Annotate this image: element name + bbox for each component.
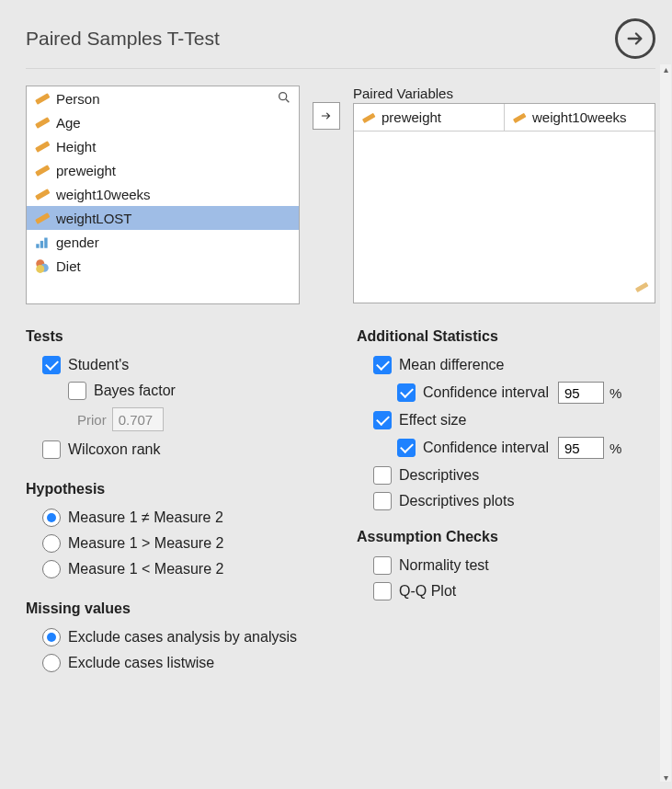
scrollbar-track[interactable] [660, 64, 671, 702]
effect-ci-checkbox[interactable] [397, 439, 416, 457]
ordinal-icon [34, 234, 51, 250]
svg-rect-3 [35, 117, 50, 129]
svg-rect-14 [362, 112, 376, 122]
scale-icon [512, 110, 527, 125]
variable-diet[interactable]: Diet [27, 254, 299, 278]
variable-list[interactable]: PersonAgeHeightpreweightweight10weekswei… [26, 86, 300, 304]
missing-listwise-label: Exclude cases listwise [68, 655, 214, 671]
descriptives-label: Descriptives [399, 467, 479, 484]
svg-rect-7 [35, 212, 50, 224]
svg-rect-0 [35, 93, 50, 105]
scale-icon [34, 162, 51, 178]
hypothesis-lt-label: Measure 1 < Measure 2 [68, 561, 223, 577]
svg-rect-15 [513, 112, 527, 122]
paired-b-label: weight10weeks [532, 109, 627, 125]
wilcoxon-label: Wilcoxon rank [68, 441, 160, 458]
variable-label: Diet [56, 258, 81, 274]
missing-heading: Missing values [26, 600, 320, 617]
variable-label: Age [56, 115, 81, 131]
missing-listwise-radio[interactable] [42, 654, 61, 672]
qq-checkbox[interactable] [373, 582, 392, 600]
nominal-icon [34, 257, 51, 274]
svg-point-13 [36, 265, 44, 273]
hypothesis-lt-radio[interactable] [42, 560, 61, 578]
hypothesis-heading: Hypothesis [26, 481, 320, 497]
variable-preweight[interactable]: preweight [27, 158, 299, 182]
paired-variables-box[interactable]: preweight weight10weeks [353, 103, 655, 303]
scale-icon [34, 138, 51, 154]
svg-rect-5 [35, 165, 50, 177]
scale-icon [34, 186, 51, 202]
descriptives-checkbox[interactable] [373, 466, 392, 485]
hypothesis-gt-radio[interactable] [42, 534, 61, 553]
wilcoxon-checkbox[interactable] [42, 440, 61, 459]
effect-ci-label: Confidence interval [423, 440, 549, 456]
scale-icon [634, 280, 649, 297]
prior-input [112, 407, 164, 431]
scale-icon [34, 210, 51, 226]
run-button[interactable] [615, 18, 655, 59]
svg-rect-10 [44, 238, 47, 248]
paired-a-label: preweight [382, 109, 441, 125]
effect-checkbox[interactable] [373, 411, 392, 429]
scroll-up-icon[interactable]: ▴ [660, 64, 671, 75]
svg-rect-8 [36, 244, 39, 248]
hypothesis-neq-label: Measure 1 ≠ Measure 2 [68, 509, 223, 526]
variable-label: preweight [56, 163, 116, 178]
students-label: Student's [68, 357, 129, 373]
svg-rect-4 [35, 141, 50, 153]
hypothesis-gt-label: Measure 1 > Measure 2 [68, 535, 223, 552]
scale-icon [34, 114, 51, 131]
percent-label: % [609, 385, 621, 401]
tests-heading: Tests [26, 328, 320, 345]
meandiff-checkbox[interactable] [373, 356, 392, 374]
page-title: Paired Samples T-Test [26, 28, 220, 50]
variable-weightlost[interactable]: weightLOST [27, 206, 299, 230]
scale-icon [361, 110, 376, 125]
assump-heading: Assumption Checks [357, 529, 655, 545]
effect-label: Effect size [399, 412, 467, 429]
bayes-label: Bayes factor [94, 383, 176, 399]
descplots-checkbox[interactable] [373, 492, 392, 510]
paired-cell-b[interactable]: weight10weeks [505, 104, 655, 131]
options-panel: Paired Samples T-Test PersonAgeHeightpre… [0, 0, 672, 702]
variable-label: Height [56, 139, 96, 154]
move-right-button[interactable] [313, 102, 340, 130]
variable-weight10weeks[interactable]: weight10weeks [27, 182, 299, 206]
meandiff-ci-checkbox[interactable] [397, 383, 416, 402]
bayes-checkbox[interactable] [68, 382, 86, 400]
paired-row: preweight weight10weeks [354, 104, 655, 132]
variable-label: gender [56, 234, 99, 250]
variable-label: Person [56, 91, 100, 107]
variable-label: weight10weeks [56, 187, 151, 202]
svg-line-2 [286, 99, 289, 102]
variable-height[interactable]: Height [27, 134, 299, 158]
svg-rect-16 [635, 282, 649, 292]
normality-checkbox[interactable] [373, 556, 392, 575]
svg-point-1 [279, 93, 287, 100]
prior-label: Prior [77, 412, 107, 428]
meandiff-label: Mean difference [399, 357, 504, 373]
header: Paired Samples T-Test [26, 18, 655, 69]
arrow-right-icon [625, 29, 645, 49]
percent-label: % [609, 440, 621, 456]
variable-label: weightLOST [56, 211, 132, 226]
addstats-heading: Additional Statistics [357, 328, 655, 345]
svg-rect-6 [35, 189, 50, 200]
meandiff-ci-input[interactable] [558, 382, 604, 404]
variable-age[interactable]: Age [27, 110, 299, 134]
descplots-label: Descriptives plots [399, 493, 514, 509]
variable-gender[interactable]: gender [27, 230, 299, 254]
svg-rect-9 [40, 241, 43, 248]
hypothesis-neq-radio[interactable] [42, 509, 61, 527]
missing-analysis-radio[interactable] [42, 628, 61, 646]
qq-label: Q-Q Plot [399, 583, 456, 600]
search-icon[interactable] [277, 90, 291, 108]
paired-cell-a[interactable]: preweight [354, 104, 505, 131]
students-checkbox[interactable] [42, 356, 61, 374]
missing-analysis-label: Exclude cases analysis by analysis [68, 629, 297, 646]
variable-person[interactable]: Person [27, 86, 299, 110]
paired-variables-label: Paired Variables [353, 86, 655, 101]
effect-ci-input[interactable] [558, 437, 604, 459]
scale-icon [34, 90, 51, 107]
